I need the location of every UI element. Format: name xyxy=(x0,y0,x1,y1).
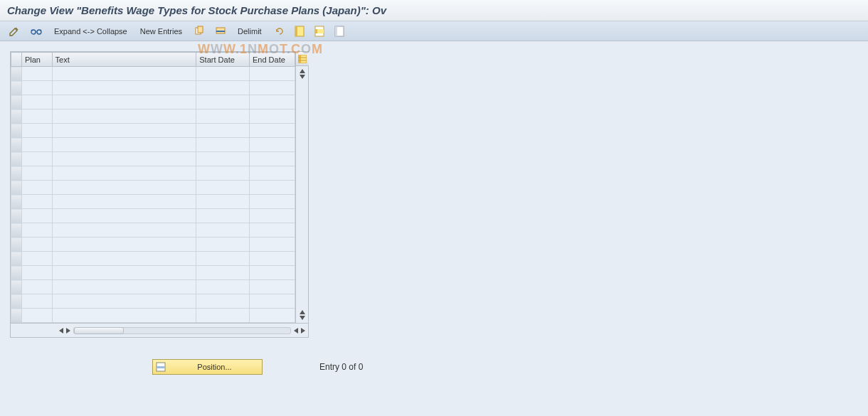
cell-end-date[interactable] xyxy=(249,67,295,81)
cell-plan[interactable] xyxy=(21,252,52,266)
row-selector[interactable] xyxy=(11,138,22,152)
hscroll-thumb[interactable] xyxy=(74,327,124,334)
cell-end-date[interactable] xyxy=(249,181,295,195)
cell-start-date[interactable] xyxy=(196,280,250,294)
cell-end-date[interactable] xyxy=(249,95,295,110)
new-entries-button[interactable]: New Entries xyxy=(136,24,186,38)
cell-end-date[interactable] xyxy=(249,309,295,323)
cell-text[interactable] xyxy=(52,110,196,124)
scroll-down-icon-bottom[interactable] xyxy=(300,316,305,320)
cell-start-date[interactable] xyxy=(196,181,250,195)
row-selector[interactable] xyxy=(11,67,22,81)
deselect-all-button[interactable] xyxy=(332,24,347,38)
row-selector[interactable] xyxy=(11,110,22,124)
hscroll-track[interactable] xyxy=(73,327,291,334)
cell-text[interactable] xyxy=(52,152,196,166)
table-settings-button[interactable] xyxy=(296,52,309,66)
cell-text[interactable] xyxy=(52,95,196,110)
cell-text[interactable] xyxy=(52,238,196,252)
cell-end-date[interactable] xyxy=(249,124,295,138)
scroll-right-icon-end[interactable] xyxy=(301,328,305,334)
cell-start-date[interactable] xyxy=(196,195,250,209)
cell-start-date[interactable] xyxy=(196,238,250,252)
table-row[interactable] xyxy=(11,238,295,252)
table-row[interactable] xyxy=(11,124,295,138)
row-selector[interactable] xyxy=(11,95,22,110)
cell-plan[interactable] xyxy=(21,181,52,195)
table-row[interactable] xyxy=(11,67,295,81)
cell-start-date[interactable] xyxy=(196,95,250,110)
cell-text[interactable] xyxy=(52,124,196,138)
table-row[interactable] xyxy=(11,309,295,323)
row-selector[interactable] xyxy=(11,294,22,309)
cell-text[interactable] xyxy=(52,181,196,195)
cell-start-date[interactable] xyxy=(196,152,250,166)
select-block-button[interactable] xyxy=(312,24,327,38)
cell-plan[interactable] xyxy=(21,81,52,95)
table-row[interactable] xyxy=(11,280,295,294)
grid-table[interactable]: Plan Text Start Date End Date xyxy=(11,52,295,323)
scroll-down-icon[interactable] xyxy=(300,75,305,79)
col-header-start-date[interactable]: Start Date xyxy=(196,53,250,67)
row-selector[interactable] xyxy=(11,195,22,209)
scroll-up-icon[interactable] xyxy=(300,69,305,73)
row-selector[interactable] xyxy=(11,124,22,138)
row-selector[interactable] xyxy=(11,166,22,181)
table-row[interactable] xyxy=(11,223,295,238)
row-selector[interactable] xyxy=(11,223,22,238)
cell-plan[interactable] xyxy=(21,280,52,294)
cell-end-date[interactable] xyxy=(249,195,295,209)
cell-start-date[interactable] xyxy=(196,110,250,124)
expand-collapse-button[interactable]: Expand <-> Collapse xyxy=(50,24,132,38)
horizontal-scrollbar[interactable] xyxy=(10,324,309,338)
cell-plan[interactable] xyxy=(21,166,52,181)
scroll-right-icon[interactable] xyxy=(66,328,70,334)
col-header-plan[interactable]: Plan xyxy=(21,53,52,67)
select-all-button[interactable] xyxy=(292,24,307,38)
row-selector[interactable] xyxy=(11,152,22,166)
cell-text[interactable] xyxy=(52,67,196,81)
table-row[interactable] xyxy=(11,138,295,152)
cell-plan[interactable] xyxy=(21,152,52,166)
cell-start-date[interactable] xyxy=(196,309,250,323)
cell-text[interactable] xyxy=(52,309,196,323)
row-selector[interactable] xyxy=(11,252,22,266)
table-row[interactable] xyxy=(11,252,295,266)
cell-plan[interactable] xyxy=(21,124,52,138)
cell-end-date[interactable] xyxy=(249,238,295,252)
table-row[interactable] xyxy=(11,195,295,209)
cell-plan[interactable] xyxy=(21,110,52,124)
cell-plan[interactable] xyxy=(21,138,52,152)
cell-text[interactable] xyxy=(52,294,196,309)
cell-plan[interactable] xyxy=(21,309,52,323)
cell-start-date[interactable] xyxy=(196,266,250,280)
cell-text[interactable] xyxy=(52,166,196,181)
table-row[interactable] xyxy=(11,152,295,166)
scroll-left-icon[interactable] xyxy=(59,328,63,334)
cell-end-date[interactable] xyxy=(249,81,295,95)
cell-start-date[interactable] xyxy=(196,223,250,238)
position-button[interactable]: Position... xyxy=(152,359,263,375)
row-selector[interactable] xyxy=(11,280,22,294)
cell-end-date[interactable] xyxy=(249,223,295,238)
cell-end-date[interactable] xyxy=(249,152,295,166)
cell-plan[interactable] xyxy=(21,67,52,81)
other-view-button[interactable] xyxy=(27,24,46,38)
col-header-text[interactable]: Text xyxy=(52,53,196,67)
table-row[interactable] xyxy=(11,95,295,110)
table-row[interactable] xyxy=(11,81,295,95)
table-row[interactable] xyxy=(11,166,295,181)
cell-text[interactable] xyxy=(52,252,196,266)
undo-button[interactable] xyxy=(270,24,287,38)
cell-plan[interactable] xyxy=(21,266,52,280)
cell-text[interactable] xyxy=(52,81,196,95)
copy-button[interactable] xyxy=(191,24,208,38)
table-row[interactable] xyxy=(11,110,295,124)
cell-start-date[interactable] xyxy=(196,124,250,138)
cell-start-date[interactable] xyxy=(196,138,250,152)
cell-start-date[interactable] xyxy=(196,252,250,266)
scroll-up-icon-bottom[interactable] xyxy=(300,310,305,314)
cell-text[interactable] xyxy=(52,223,196,238)
row-selector[interactable] xyxy=(11,81,22,95)
col-header-end-date[interactable]: End Date xyxy=(249,53,295,67)
